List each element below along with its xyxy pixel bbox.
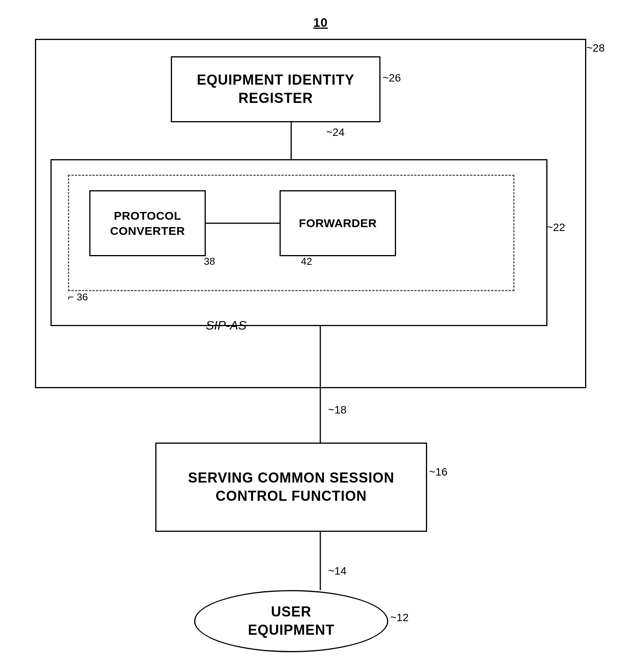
box-scscf: SERVING COMMON SESSION CONTROL FUNCTION: [155, 443, 427, 532]
diagram: 10 ~28 EQUIPMENT IDENTITY REGISTER ~26 ~…: [0, 0, 641, 672]
forwarder-text: FORWARDER: [299, 217, 377, 230]
box-protocol-converter: PROTOCOL CONVERTER: [89, 190, 206, 256]
label-14: ~14: [328, 565, 347, 577]
label-28: ~28: [586, 42, 605, 54]
scscf-text: SERVING COMMON SESSION CONTROL FUNCTION: [188, 469, 394, 505]
box-eir: EQUIPMENT IDENTITY REGISTER: [171, 56, 380, 122]
protocol-converter-text: PROTOCOL CONVERTER: [110, 208, 185, 238]
ellipse-user-equipment: USER EQUIPMENT: [194, 590, 388, 652]
label-24: ~24: [326, 126, 345, 139]
label-16: ~16: [429, 466, 448, 478]
figure-number: 10: [313, 16, 328, 30]
label-22: ~22: [547, 221, 565, 234]
label-38: 38: [204, 255, 215, 267]
ue-text: USER EQUIPMENT: [248, 603, 334, 639]
eir-text: EQUIPMENT IDENTITY REGISTER: [197, 71, 354, 108]
label-36: ⌐ 36: [68, 291, 88, 303]
label-18: ~18: [328, 404, 347, 416]
label-26: ~26: [382, 72, 401, 84]
label-42: 42: [301, 255, 312, 267]
box-forwarder: FORWARDER: [280, 190, 396, 256]
label-12: ~12: [390, 611, 409, 624]
label-sipas: SIP-AS: [206, 318, 247, 333]
